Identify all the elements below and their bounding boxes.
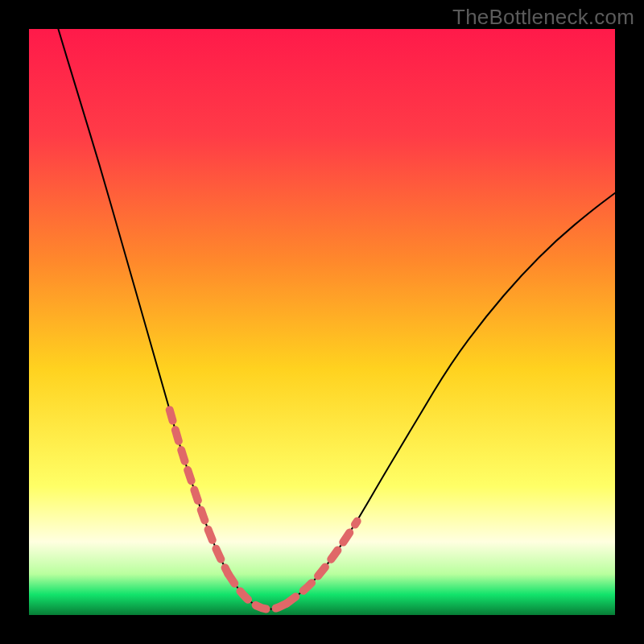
chart-frame: TheBottleneck.com [0,0,644,644]
watermark-text: TheBottleneck.com [452,5,634,30]
plot-svg [29,29,615,615]
plot-area [29,29,615,615]
gradient-fill [29,29,615,615]
